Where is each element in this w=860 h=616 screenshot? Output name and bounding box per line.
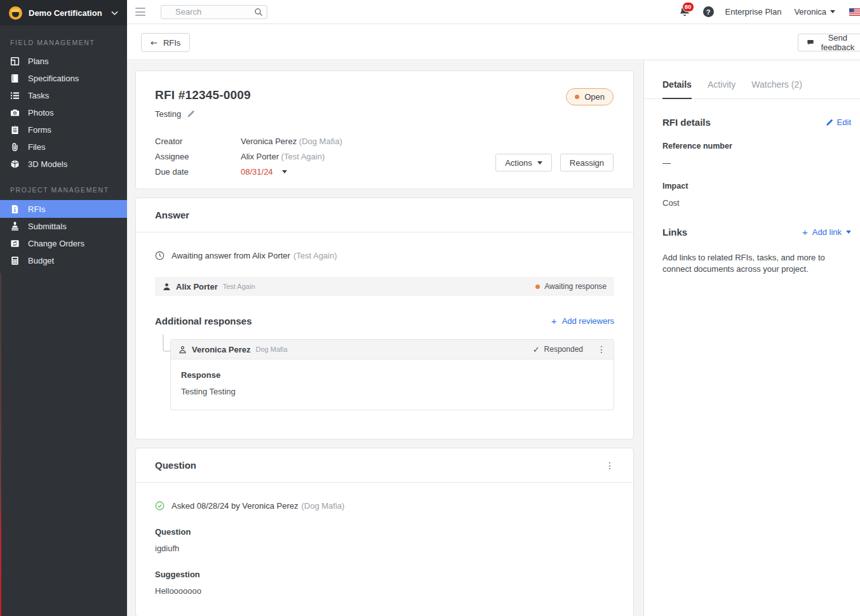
impact-label: Impact bbox=[662, 182, 851, 191]
tab-details[interactable]: Details bbox=[662, 79, 692, 99]
asked-status-line: Asked 08/28/24 by Veronica Perez (Dog Ma… bbox=[155, 501, 614, 511]
help-button[interactable]: ? bbox=[703, 6, 714, 17]
plan-label[interactable]: Enterprise Plan bbox=[725, 7, 782, 17]
person-icon bbox=[163, 283, 171, 291]
due-date-value[interactable]: 08/31/24 bbox=[241, 167, 273, 177]
rfi-summary-card: RFI #12345-0009 Testing Open Creator Ver… bbox=[135, 70, 634, 189]
edit-details-link[interactable]: Edit bbox=[826, 117, 851, 127]
actions-button[interactable]: Actions bbox=[495, 154, 552, 171]
sidebar-item-change-orders[interactable]: Change Orders bbox=[0, 235, 127, 252]
sidebar-item-tasks[interactable]: Tasks bbox=[0, 87, 127, 104]
edit-pencil-icon[interactable] bbox=[187, 110, 195, 118]
reviewer-row[interactable]: Alix Porter Test Again Awaiting response bbox=[155, 277, 614, 296]
add-reviewers-link[interactable]: + Add reviewers bbox=[551, 316, 614, 326]
add-link-button[interactable]: + Add link bbox=[802, 227, 851, 237]
forms-icon bbox=[10, 125, 20, 135]
rfi-title: RFI #12345-0009 bbox=[155, 88, 614, 102]
tasks-icon bbox=[10, 91, 20, 100]
suggestion-value: Hellooooooo bbox=[155, 586, 614, 596]
answer-card: Answer Awaiting answer from Alix Porter … bbox=[135, 198, 634, 439]
user-menu[interactable]: Veronica bbox=[794, 7, 835, 17]
rfis-icon bbox=[10, 204, 20, 214]
search-input[interactable] bbox=[161, 5, 267, 19]
screen-edge-artifact bbox=[0, 273, 1, 616]
suggestion-label: Suggestion bbox=[155, 570, 614, 579]
change-orders-icon bbox=[10, 239, 20, 248]
tab-activity[interactable]: Activity bbox=[708, 79, 736, 99]
language-flag-icon[interactable] bbox=[849, 8, 860, 16]
clock-icon bbox=[155, 251, 165, 260]
response-label: Response bbox=[181, 370, 603, 380]
project-switcher[interactable]: Demo Certification bbox=[0, 0, 127, 25]
plus-icon: + bbox=[802, 227, 808, 237]
topbar-right: 80 ? Enterprise Plan Veronica bbox=[679, 0, 860, 23]
page-toolbar: ← RFIs Send feedback bbox=[127, 25, 860, 60]
additional-responses-title: Additional responses bbox=[155, 316, 252, 326]
rfi-details-heading: RFI details bbox=[662, 117, 711, 128]
kebab-menu-icon[interactable]: ⋮ bbox=[597, 344, 606, 354]
check-circle-icon bbox=[155, 501, 165, 511]
sidebar-item-3d-models[interactable]: 3D Models bbox=[0, 156, 127, 173]
edit-pencil-icon bbox=[826, 119, 833, 126]
plus-icon: + bbox=[551, 316, 557, 326]
section-label-field-management: FIELD MANAGEMENT bbox=[0, 25, 127, 53]
check-icon: ✓ bbox=[533, 345, 540, 354]
3d-models-icon bbox=[10, 159, 20, 169]
links-heading: Links bbox=[662, 227, 687, 238]
back-to-rfis-button[interactable]: ← RFIs bbox=[141, 33, 190, 52]
tab-watchers[interactable]: Watchers (2) bbox=[751, 79, 802, 99]
panel-tabs: Details Activity Watchers (2) bbox=[644, 61, 860, 99]
sidebar-item-plans[interactable]: Plans bbox=[0, 53, 127, 70]
notifications-button[interactable]: 80 bbox=[679, 6, 692, 18]
responded-status: ✓ Responded ⋮ bbox=[533, 344, 606, 354]
impact-value: Cost bbox=[662, 198, 851, 208]
topbar: 80 ? Enterprise Plan Veronica bbox=[127, 0, 860, 24]
status-badge[interactable]: Open bbox=[566, 88, 614, 105]
sidebar-item-specifications[interactable]: Specifications bbox=[0, 70, 127, 87]
chevron-down-icon bbox=[537, 161, 542, 164]
kebab-menu-icon[interactable]: ⋮ bbox=[605, 460, 614, 471]
search-icon[interactable] bbox=[254, 8, 263, 17]
question-title: Question bbox=[155, 460, 196, 471]
sidebar-item-photos[interactable]: Photos bbox=[0, 104, 127, 121]
sidebar-item-forms[interactable]: Forms bbox=[0, 121, 127, 138]
response-card: Veronica Perez Dog Mafia ✓ Responded ⋮ R… bbox=[170, 339, 614, 410]
budget-icon bbox=[10, 256, 20, 265]
status-dot-icon bbox=[535, 285, 540, 289]
rfi-subtitle: Testing bbox=[155, 109, 181, 119]
due-date-caret-icon[interactable] bbox=[282, 170, 287, 173]
sidebar-item-rfis[interactable]: RFIs bbox=[0, 200, 127, 218]
awaiting-response-status: Awaiting response bbox=[535, 282, 607, 291]
project-name: Demo Certification bbox=[29, 8, 102, 18]
sidebar-item-files[interactable]: Files bbox=[0, 138, 127, 156]
chevron-down-icon bbox=[846, 231, 851, 234]
photos-icon bbox=[10, 108, 20, 117]
awaiting-status-line: Awaiting answer from Alix Porter (Test A… bbox=[155, 251, 614, 260]
response-card-header: Veronica Perez Dog Mafia ✓ Responded ⋮ bbox=[171, 340, 614, 359]
thread-connector bbox=[163, 335, 171, 352]
hamburger-menu-icon[interactable] bbox=[135, 8, 145, 16]
response-thread: Veronica Perez Dog Mafia ✓ Responded ⋮ R… bbox=[155, 339, 614, 420]
sidebar: Demo Certification FIELD MANAGEMENT Plan… bbox=[0, 0, 127, 616]
send-feedback-button[interactable]: Send feedback bbox=[798, 34, 860, 51]
sidebar-item-budget[interactable]: Budget bbox=[0, 252, 127, 269]
reference-number-label: Reference number bbox=[662, 142, 851, 151]
specifications-icon bbox=[10, 74, 20, 83]
reassign-button[interactable]: Reassign bbox=[560, 154, 614, 171]
response-text: Testing Testing bbox=[181, 387, 603, 396]
speech-bubble-icon bbox=[807, 38, 814, 47]
section-label-project-management: PROJECT MANAGEMENT bbox=[0, 173, 127, 200]
files-icon bbox=[10, 142, 20, 152]
notification-badge: 80 bbox=[682, 2, 694, 12]
company-logo bbox=[9, 6, 22, 20]
search-box bbox=[161, 5, 267, 19]
details-panel: Details Activity Watchers (2) RFI detail… bbox=[643, 61, 860, 616]
sidebar-item-submittals[interactable]: Submittals bbox=[0, 218, 127, 235]
main-content: RFI #12345-0009 Testing Open Creator Ver… bbox=[127, 61, 643, 616]
submittals-icon bbox=[10, 222, 20, 231]
question-label: Question bbox=[155, 527, 614, 537]
question-value: igdiufh bbox=[155, 544, 614, 553]
back-arrow-icon: ← bbox=[151, 38, 158, 48]
creator-row: Creator Veronica Perez (Dog Mafia) bbox=[155, 133, 614, 149]
chevron-down-icon bbox=[830, 10, 835, 13]
